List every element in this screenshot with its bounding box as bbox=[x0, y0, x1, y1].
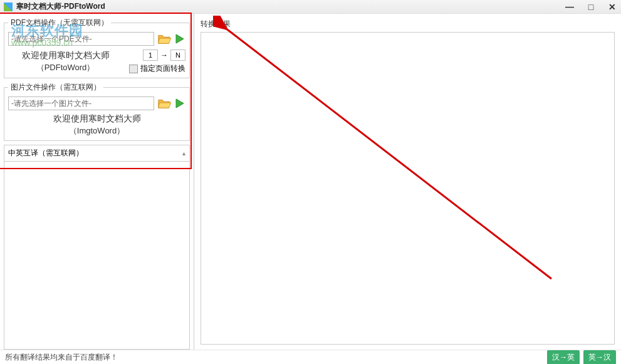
pdf-convert-icon[interactable] bbox=[174, 32, 185, 46]
pdf-file-row bbox=[8, 32, 185, 46]
right-panel: 转换结果 bbox=[194, 14, 621, 350]
img-file-row bbox=[8, 96, 185, 110]
credit-text: 所有翻译结果均来自于百度翻译！ bbox=[5, 352, 543, 363]
img-convert-icon[interactable] bbox=[174, 96, 185, 110]
pdf-section: PDF文档操作（无需互联网） 欢迎使用寒时文档大师 （PDFtoWord） bbox=[4, 18, 190, 78]
bottom-bar: 所有翻译结果均来自于百度翻译！ 汉→英 英→汉 bbox=[0, 350, 621, 364]
pdf-open-folder-icon[interactable] bbox=[157, 32, 172, 46]
specify-row: 指定页面转换 bbox=[123, 63, 185, 74]
img-welcome-line2: （ImgtoWord） bbox=[8, 125, 185, 137]
pdf-welcome-line1: 欢迎使用寒时文档大师 bbox=[8, 49, 123, 62]
translate-legend: 中英互译（需互联网） bbox=[8, 148, 83, 159]
result-area bbox=[201, 32, 615, 345]
app-icon bbox=[4, 3, 13, 11]
main-area: 河东软件园 www.pc0359.cn PDF文档操作（无需互联网） 欢迎使用寒… bbox=[0, 14, 621, 350]
img-section-legend: 图片文件操作（需互联网） bbox=[8, 82, 103, 93]
page-range: → bbox=[123, 49, 185, 61]
img-section: 图片文件操作（需互联网） 欢迎使用寒时文档大师 （ImgtoWord） bbox=[4, 82, 190, 141]
window-controls: — □ ✕ bbox=[565, 0, 617, 13]
app-title: 寒时文档大师-PDFtoWord bbox=[16, 1, 105, 12]
img-file-input[interactable] bbox=[8, 96, 154, 110]
specify-label: 指定页面转换 bbox=[140, 63, 185, 74]
translate-section-header: 中英互译（需互联网） ▴ bbox=[4, 145, 190, 162]
translate-textarea[interactable] bbox=[4, 162, 190, 350]
page-to-input[interactable] bbox=[170, 49, 185, 61]
img-welcome-line1: 欢迎使用寒时文档大师 bbox=[8, 113, 185, 125]
titlebar: 寒时文档大师-PDFtoWord — □ ✕ bbox=[0, 0, 621, 14]
specify-checkbox[interactable] bbox=[129, 65, 138, 73]
page-from-input[interactable] bbox=[143, 49, 158, 61]
cn-to-en-button[interactable]: 汉→英 bbox=[547, 350, 580, 364]
maximize-button[interactable]: □ bbox=[586, 2, 596, 12]
img-open-folder-icon[interactable] bbox=[157, 96, 172, 110]
pdf-section-legend: PDF文档操作（无需互联网） bbox=[8, 18, 111, 28]
minimize-button[interactable]: — bbox=[565, 2, 575, 12]
result-label: 转换结果 bbox=[201, 19, 615, 29]
arrow-icon: → bbox=[160, 51, 168, 60]
pdf-welcome-line2: （PDFtoWord） bbox=[8, 62, 123, 73]
left-panel: 河东软件园 www.pc0359.cn PDF文档操作（无需互联网） 欢迎使用寒… bbox=[0, 14, 194, 350]
pdf-file-input[interactable] bbox=[8, 32, 154, 46]
en-to-cn-button[interactable]: 英→汉 bbox=[583, 350, 616, 364]
close-button[interactable]: ✕ bbox=[607, 2, 617, 12]
collapse-icon[interactable]: ▴ bbox=[182, 150, 185, 157]
